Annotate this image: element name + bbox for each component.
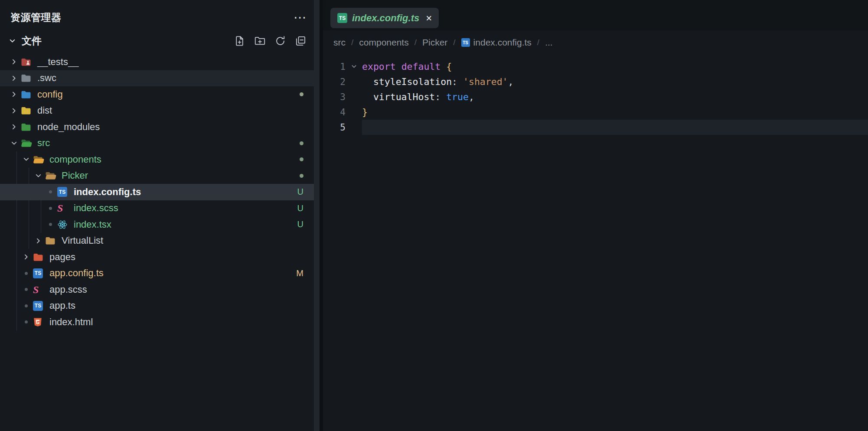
tree-item-index-html[interactable]: index.html (0, 314, 314, 330)
new-file-button[interactable] (234, 35, 245, 47)
fold-chevron-down-icon[interactable] (346, 63, 362, 70)
code-token: export (362, 61, 396, 72)
explorer-toolbar (234, 35, 307, 47)
chevron-right-icon[interactable] (8, 75, 20, 82)
breadcrumb-item-index-config-ts[interactable]: TSindex.config.ts (461, 37, 532, 48)
tree-item-swc[interactable]: .swc (0, 70, 314, 87)
tree-item-label: dist (37, 105, 52, 116)
tree-item-index-tsx[interactable]: index.tsxU (0, 216, 314, 233)
code-token: default (401, 61, 441, 72)
chevron-down-icon[interactable] (20, 156, 32, 163)
breadcrumb-separator: / (537, 38, 539, 47)
close-tab-icon[interactable]: × (426, 13, 432, 23)
tree-item-node-modules[interactable]: node_modules (0, 119, 314, 135)
react-icon (57, 219, 68, 230)
tree-item-label: index.tsx (74, 219, 111, 230)
ide-window: 资源管理器 ⋯ 文件 __tests__.swcconfigdistnode_m… (0, 0, 868, 431)
git-changes-dot-icon (300, 157, 303, 161)
row-decoration (300, 92, 303, 96)
tree-item-tests[interactable]: __tests__ (0, 54, 314, 70)
code-token (441, 61, 446, 72)
code-token (396, 61, 401, 72)
line-number: 5 (323, 122, 346, 133)
tree-item-label: Picker (62, 170, 88, 181)
breadcrumb: src/components/Picker/TSindex.config.ts/… (323, 30, 868, 49)
chevron-down-icon[interactable] (32, 172, 44, 180)
breadcrumb-separator: / (351, 38, 353, 47)
code-line-5[interactable]: 5 (323, 120, 868, 135)
folder-open-icon (45, 171, 56, 180)
chevron-right-icon[interactable] (8, 107, 20, 114)
tree-item-pages[interactable]: pages (0, 249, 314, 265)
code-line-content (362, 120, 868, 135)
tree-item-config[interactable]: config (0, 86, 314, 103)
chevron-right-icon[interactable] (8, 91, 20, 98)
sidebar-scrollbar[interactable] (314, 0, 320, 431)
code-token: { (446, 61, 452, 72)
typescript-icon: TS (57, 187, 67, 197)
tab-label: index.config.ts (352, 13, 419, 24)
line-number: 2 (323, 77, 346, 87)
sass-icon: S (57, 203, 63, 213)
files-section-label: 文件 (22, 34, 42, 48)
folder-test-icon (21, 58, 31, 66)
chevron-down-icon[interactable] (8, 140, 20, 147)
collapse-all-button[interactable] (295, 35, 307, 47)
breadcrumb-item-src[interactable]: src (333, 37, 346, 48)
code-line-2[interactable]: 2 styleIsolation: 'shared', (323, 74, 868, 89)
folder-icon (45, 236, 55, 245)
new-folder-icon (254, 35, 266, 47)
tree-item-label: index.config.ts (74, 186, 141, 198)
chevron-right-icon[interactable] (8, 58, 20, 65)
tree-item-picker[interactable]: Picker (0, 168, 314, 184)
refresh-button[interactable] (274, 35, 286, 47)
new-folder-button[interactable] (254, 35, 266, 47)
bullet-dot-icon (44, 207, 56, 210)
code-token: styleIsolation (373, 76, 452, 87)
row-decoration: U (297, 219, 303, 229)
new-file-icon (234, 35, 245, 47)
tree-item-app-ts[interactable]: TSapp.ts (0, 298, 314, 314)
code-token: , (508, 76, 514, 87)
explorer-header: 资源管理器 ⋯ (0, 0, 320, 28)
code-line-3[interactable]: 3 virtualHost: true, (323, 89, 868, 104)
tree-item-app-config-ts[interactable]: TSapp.config.tsM (0, 265, 314, 282)
code-editor[interactable]: 1export default {2 styleIsolation: 'shar… (323, 49, 868, 135)
folder-open-icon (21, 139, 32, 147)
explorer-title: 资源管理器 (10, 11, 62, 24)
tree-item-src[interactable]: src (0, 135, 314, 152)
tree-item-label: __tests__ (37, 56, 78, 68)
tree-item-dist[interactable]: dist (0, 103, 314, 119)
tree-item-index-config-ts[interactable]: TSindex.config.tsU (0, 184, 314, 200)
chevron-right-icon[interactable] (8, 123, 20, 131)
code-line-1[interactable]: 1export default { (323, 59, 868, 74)
tab-index-config-ts[interactable]: TS index.config.ts × (330, 8, 439, 28)
tree-item-app-scss[interactable]: Sapp.scss (0, 281, 314, 298)
code-line-content: export default { (362, 59, 868, 74)
chevron-right-icon[interactable] (32, 237, 44, 245)
code-line-4[interactable]: 4} (323, 104, 868, 120)
tree-item-index-scss[interactable]: Sindex.scssU (0, 200, 314, 217)
line-number: 1 (323, 62, 346, 72)
folder-icon (21, 123, 31, 131)
breadcrumb-item-picker[interactable]: Picker (422, 37, 447, 48)
row-decoration: U (297, 203, 303, 213)
breadcrumb-item-components[interactable]: components (359, 37, 408, 48)
code-token: , (469, 91, 474, 102)
tree-item-label: index.html (49, 317, 93, 328)
git-status-badge: U (297, 219, 303, 229)
section-chevron-down-icon[interactable] (6, 37, 18, 45)
line-number: 4 (323, 107, 346, 118)
tree-item-virtuallist[interactable]: VirtualList (0, 233, 314, 249)
tree-item-label: config (37, 89, 63, 100)
tree-item-components[interactable]: components (0, 151, 314, 168)
breadcrumb-item-[interactable]: ... (545, 37, 553, 48)
more-actions-icon[interactable]: ⋯ (294, 11, 307, 24)
folder-open-icon (33, 155, 44, 164)
breadcrumb-separator: / (414, 38, 417, 47)
breadcrumb-label: components (359, 37, 408, 48)
row-decoration (300, 157, 303, 161)
chevron-right-icon[interactable] (20, 253, 32, 261)
files-section-header[interactable]: 文件 (0, 28, 320, 50)
bullet-dot-icon (20, 272, 32, 275)
